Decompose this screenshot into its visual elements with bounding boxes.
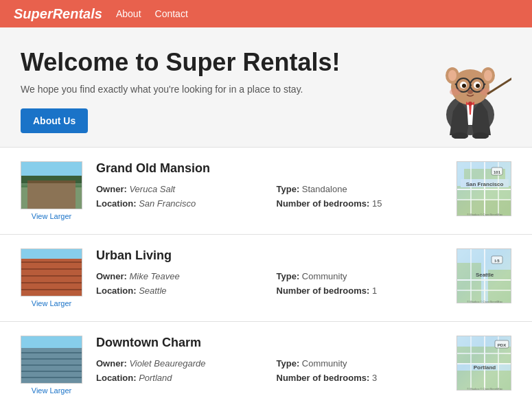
rental-type: Type: Standalone <box>277 184 443 194</box>
mascot-image <box>429 49 511 132</box>
rental-location: Location: Portland <box>96 373 263 383</box>
view-larger-link[interactable]: View Larger <box>32 386 72 395</box>
rental-image <box>21 161 82 209</box>
about-us-button[interactable]: About Us <box>21 108 88 133</box>
nav-about[interactable]: About <box>116 8 141 19</box>
svg-point-20 <box>450 89 461 95</box>
svg-text:Portland: Portland <box>474 364 496 371</box>
svg-text:© Mapbox © OpenStreetMap: © Mapbox © OpenStreetMap <box>467 213 502 216</box>
rental-item: View Larger Downtown Charm Owner: Violet… <box>0 322 532 396</box>
svg-text:Seattle: Seattle <box>476 272 494 278</box>
view-larger-link[interactable]: View Larger <box>32 299 72 307</box>
rental-title: Urban Living <box>96 248 443 263</box>
hero-subtitle: We hope you find exactly what you're loo… <box>21 84 340 95</box>
rental-info: Urban Living Owner: Mike Teavee Type: Co… <box>96 248 443 296</box>
svg-point-18 <box>476 84 480 88</box>
rental-type: Type: Community <box>277 271 443 281</box>
rental-bedrooms: Number of bedrooms: 15 <box>277 198 443 209</box>
rental-list: View Larger Grand Old Mansion Owner: Ver… <box>0 148 532 396</box>
rental-item: View Larger Grand Old Mansion Owner: Ver… <box>0 148 532 235</box>
hero-title: Welcome to Super Rentals! <box>21 48 340 77</box>
rental-item: View Larger Urban Living Owner: Mike Tea… <box>0 235 532 322</box>
rental-image-section: View Larger <box>21 161 82 220</box>
rental-map[interactable]: Portland PDX © Mapbox © OpenStreetMap <box>456 336 511 391</box>
navbar: SuperRentals About Contact <box>0 0 532 27</box>
rental-bedrooms: Number of bedrooms: 1 <box>277 286 443 296</box>
rental-info: Downtown Charm Owner: Violet Beauregarde… <box>96 336 443 383</box>
svg-point-17 <box>462 84 466 88</box>
rental-location: Location: Seattle <box>96 286 263 296</box>
rental-map[interactable]: San Francisco 101 © Mapbox © OpenStreetM… <box>456 161 511 216</box>
rental-owner: Owner: Veruca Salt <box>96 184 263 194</box>
rental-details: Owner: Veruca Salt Type: Standalone Loca… <box>96 184 443 209</box>
rental-image-section: View Larger <box>21 248 82 307</box>
rental-location: Location: San Francisco <box>96 198 263 209</box>
view-larger-link[interactable]: View Larger <box>32 212 72 220</box>
svg-text:© Mapbox © OpenStreetMap: © Mapbox © OpenStreetMap <box>467 300 502 303</box>
svg-line-14 <box>484 84 485 85</box>
svg-text:I-5: I-5 <box>494 259 500 263</box>
nav-links: About Contact <box>116 8 188 19</box>
rental-type: Type: Community <box>277 358 443 369</box>
svg-rect-44 <box>457 263 481 303</box>
svg-point-7 <box>448 70 456 81</box>
brand-logo[interactable]: SuperRentals <box>14 6 102 22</box>
hero-text: Welcome to Super Rentals! We hope you fi… <box>21 48 340 133</box>
svg-line-13 <box>455 84 456 85</box>
rental-image-section: View Larger <box>21 336 82 395</box>
svg-text:San Francisco: San Francisco <box>466 181 504 187</box>
hero-section: Welcome to Super Rentals! We hope you fi… <box>0 27 532 148</box>
svg-point-19 <box>467 90 473 94</box>
rental-owner: Owner: Mike Teavee <box>96 271 263 281</box>
rental-title: Downtown Charm <box>96 336 443 350</box>
svg-text:PDX: PDX <box>498 343 506 347</box>
nav-contact[interactable]: Contact <box>155 8 188 19</box>
svg-text:101: 101 <box>494 170 501 174</box>
rental-owner: Owner: Violet Beauregarde <box>96 358 263 369</box>
rental-map[interactable]: Seattle I-5 © Mapbox © OpenStreetMap <box>456 248 511 303</box>
rental-image <box>21 248 82 296</box>
svg-point-9 <box>484 70 492 81</box>
rental-image <box>21 336 82 384</box>
svg-point-26 <box>468 102 472 106</box>
rental-title: Grand Old Mansion <box>96 161 443 176</box>
rental-bedrooms: Number of bedrooms: 3 <box>277 373 443 383</box>
rental-details: Owner: Mike Teavee Type: Community Locat… <box>96 271 443 296</box>
rental-info: Grand Old Mansion Owner: Veruca Salt Typ… <box>96 161 443 209</box>
svg-text:© Mapbox © OpenStreetMap: © Mapbox © OpenStreetMap <box>467 387 502 391</box>
rental-details: Owner: Violet Beauregarde Type: Communit… <box>96 358 443 383</box>
